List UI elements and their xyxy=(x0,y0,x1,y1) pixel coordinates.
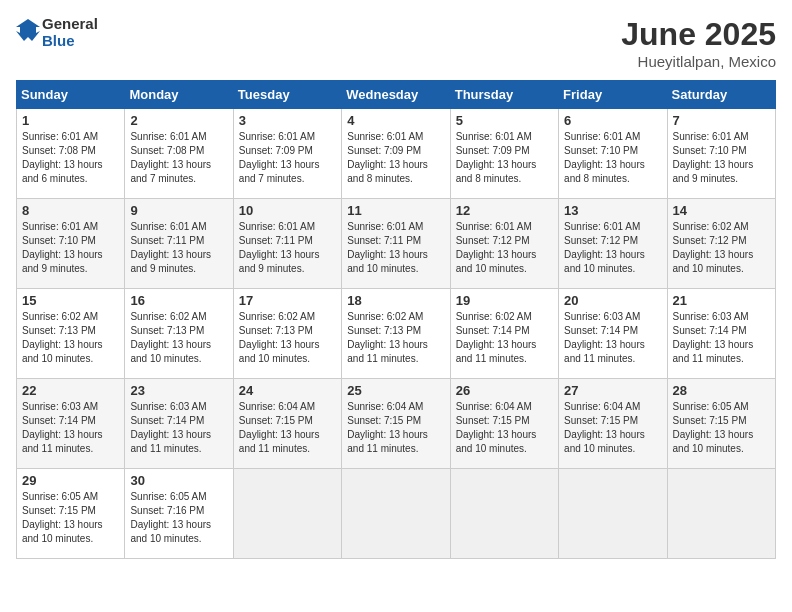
calendar-cell: 10 Sunrise: 6:01 AM Sunset: 7:11 PM Dayl… xyxy=(233,199,341,289)
day-info: Sunrise: 6:01 AM Sunset: 7:11 PM Dayligh… xyxy=(347,221,428,274)
day-info: Sunrise: 6:03 AM Sunset: 7:14 PM Dayligh… xyxy=(22,401,103,454)
day-number: 18 xyxy=(347,293,444,308)
calendar-cell: 8 Sunrise: 6:01 AM Sunset: 7:10 PM Dayli… xyxy=(17,199,125,289)
calendar-week-row: 15 Sunrise: 6:02 AM Sunset: 7:13 PM Dayl… xyxy=(17,289,776,379)
calendar-cell: 19 Sunrise: 6:02 AM Sunset: 7:14 PM Dayl… xyxy=(450,289,558,379)
calendar-cell xyxy=(667,469,775,559)
day-info: Sunrise: 6:01 AM Sunset: 7:10 PM Dayligh… xyxy=(673,131,754,184)
day-info: Sunrise: 6:01 AM Sunset: 7:11 PM Dayligh… xyxy=(130,221,211,274)
day-number: 27 xyxy=(564,383,661,398)
weekday-header-tuesday: Tuesday xyxy=(233,81,341,109)
calendar-cell: 18 Sunrise: 6:02 AM Sunset: 7:13 PM Dayl… xyxy=(342,289,450,379)
calendar-subtitle: Hueyitlalpan, Mexico xyxy=(621,53,776,70)
calendar-cell: 24 Sunrise: 6:04 AM Sunset: 7:15 PM Dayl… xyxy=(233,379,341,469)
day-info: Sunrise: 6:02 AM Sunset: 7:13 PM Dayligh… xyxy=(347,311,428,364)
day-number: 2 xyxy=(130,113,227,128)
day-info: Sunrise: 6:01 AM Sunset: 7:12 PM Dayligh… xyxy=(456,221,537,274)
calendar-cell: 12 Sunrise: 6:01 AM Sunset: 7:12 PM Dayl… xyxy=(450,199,558,289)
calendar-cell xyxy=(342,469,450,559)
day-info: Sunrise: 6:04 AM Sunset: 7:15 PM Dayligh… xyxy=(456,401,537,454)
calendar-cell: 13 Sunrise: 6:01 AM Sunset: 7:12 PM Dayl… xyxy=(559,199,667,289)
day-info: Sunrise: 6:02 AM Sunset: 7:13 PM Dayligh… xyxy=(130,311,211,364)
weekday-header-monday: Monday xyxy=(125,81,233,109)
calendar-cell: 29 Sunrise: 6:05 AM Sunset: 7:15 PM Dayl… xyxy=(17,469,125,559)
calendar-cell: 21 Sunrise: 6:03 AM Sunset: 7:14 PM Dayl… xyxy=(667,289,775,379)
day-info: Sunrise: 6:04 AM Sunset: 7:15 PM Dayligh… xyxy=(347,401,428,454)
calendar-cell: 6 Sunrise: 6:01 AM Sunset: 7:10 PM Dayli… xyxy=(559,109,667,199)
calendar-cell: 16 Sunrise: 6:02 AM Sunset: 7:13 PM Dayl… xyxy=(125,289,233,379)
day-number: 22 xyxy=(22,383,119,398)
calendar-cell: 27 Sunrise: 6:04 AM Sunset: 7:15 PM Dayl… xyxy=(559,379,667,469)
calendar-cell: 4 Sunrise: 6:01 AM Sunset: 7:09 PM Dayli… xyxy=(342,109,450,199)
day-number: 28 xyxy=(673,383,770,398)
day-info: Sunrise: 6:02 AM Sunset: 7:13 PM Dayligh… xyxy=(22,311,103,364)
day-number: 11 xyxy=(347,203,444,218)
weekday-header-sunday: Sunday xyxy=(17,81,125,109)
day-info: Sunrise: 6:05 AM Sunset: 7:15 PM Dayligh… xyxy=(673,401,754,454)
logo-general-text: General xyxy=(42,16,98,33)
calendar-cell: 7 Sunrise: 6:01 AM Sunset: 7:10 PM Dayli… xyxy=(667,109,775,199)
weekday-header-row: SundayMondayTuesdayWednesdayThursdayFrid… xyxy=(17,81,776,109)
day-info: Sunrise: 6:02 AM Sunset: 7:13 PM Dayligh… xyxy=(239,311,320,364)
day-info: Sunrise: 6:01 AM Sunset: 7:09 PM Dayligh… xyxy=(347,131,428,184)
day-info: Sunrise: 6:04 AM Sunset: 7:15 PM Dayligh… xyxy=(564,401,645,454)
day-info: Sunrise: 6:02 AM Sunset: 7:14 PM Dayligh… xyxy=(456,311,537,364)
calendar-cell: 14 Sunrise: 6:02 AM Sunset: 7:12 PM Dayl… xyxy=(667,199,775,289)
day-number: 17 xyxy=(239,293,336,308)
weekday-header-thursday: Thursday xyxy=(450,81,558,109)
day-number: 8 xyxy=(22,203,119,218)
day-number: 26 xyxy=(456,383,553,398)
day-number: 13 xyxy=(564,203,661,218)
calendar-cell xyxy=(450,469,558,559)
calendar-cell: 23 Sunrise: 6:03 AM Sunset: 7:14 PM Dayl… xyxy=(125,379,233,469)
calendar-cell: 26 Sunrise: 6:04 AM Sunset: 7:15 PM Dayl… xyxy=(450,379,558,469)
svg-marker-0 xyxy=(16,19,40,41)
calendar-cell: 28 Sunrise: 6:05 AM Sunset: 7:15 PM Dayl… xyxy=(667,379,775,469)
day-number: 25 xyxy=(347,383,444,398)
day-number: 16 xyxy=(130,293,227,308)
day-info: Sunrise: 6:03 AM Sunset: 7:14 PM Dayligh… xyxy=(130,401,211,454)
logo-bird-icon xyxy=(16,17,40,49)
calendar-cell: 15 Sunrise: 6:02 AM Sunset: 7:13 PM Dayl… xyxy=(17,289,125,379)
day-info: Sunrise: 6:03 AM Sunset: 7:14 PM Dayligh… xyxy=(564,311,645,364)
day-number: 14 xyxy=(673,203,770,218)
weekday-header-saturday: Saturday xyxy=(667,81,775,109)
weekday-header-friday: Friday xyxy=(559,81,667,109)
day-info: Sunrise: 6:03 AM Sunset: 7:14 PM Dayligh… xyxy=(673,311,754,364)
day-number: 3 xyxy=(239,113,336,128)
day-number: 7 xyxy=(673,113,770,128)
day-info: Sunrise: 6:05 AM Sunset: 7:16 PM Dayligh… xyxy=(130,491,211,544)
day-number: 21 xyxy=(673,293,770,308)
calendar-cell: 11 Sunrise: 6:01 AM Sunset: 7:11 PM Dayl… xyxy=(342,199,450,289)
day-info: Sunrise: 6:01 AM Sunset: 7:11 PM Dayligh… xyxy=(239,221,320,274)
logo-blue-text: Blue xyxy=(42,33,98,50)
calendar-week-row: 29 Sunrise: 6:05 AM Sunset: 7:15 PM Dayl… xyxy=(17,469,776,559)
calendar-table: SundayMondayTuesdayWednesdayThursdayFrid… xyxy=(16,80,776,559)
day-number: 9 xyxy=(130,203,227,218)
day-number: 1 xyxy=(22,113,119,128)
day-number: 5 xyxy=(456,113,553,128)
day-number: 24 xyxy=(239,383,336,398)
calendar-cell: 25 Sunrise: 6:04 AM Sunset: 7:15 PM Dayl… xyxy=(342,379,450,469)
calendar-cell: 30 Sunrise: 6:05 AM Sunset: 7:16 PM Dayl… xyxy=(125,469,233,559)
day-info: Sunrise: 6:05 AM Sunset: 7:15 PM Dayligh… xyxy=(22,491,103,544)
day-info: Sunrise: 6:01 AM Sunset: 7:12 PM Dayligh… xyxy=(564,221,645,274)
calendar-cell: 9 Sunrise: 6:01 AM Sunset: 7:11 PM Dayli… xyxy=(125,199,233,289)
calendar-cell xyxy=(559,469,667,559)
logo-container: General Blue xyxy=(16,16,98,49)
calendar-cell xyxy=(233,469,341,559)
calendar-cell: 20 Sunrise: 6:03 AM Sunset: 7:14 PM Dayl… xyxy=(559,289,667,379)
day-info: Sunrise: 6:04 AM Sunset: 7:15 PM Dayligh… xyxy=(239,401,320,454)
calendar-cell: 2 Sunrise: 6:01 AM Sunset: 7:08 PM Dayli… xyxy=(125,109,233,199)
day-number: 19 xyxy=(456,293,553,308)
calendar-cell: 1 Sunrise: 6:01 AM Sunset: 7:08 PM Dayli… xyxy=(17,109,125,199)
calendar-week-row: 1 Sunrise: 6:01 AM Sunset: 7:08 PM Dayli… xyxy=(17,109,776,199)
day-number: 23 xyxy=(130,383,227,398)
day-number: 12 xyxy=(456,203,553,218)
day-number: 10 xyxy=(239,203,336,218)
day-info: Sunrise: 6:01 AM Sunset: 7:10 PM Dayligh… xyxy=(22,221,103,274)
day-number: 29 xyxy=(22,473,119,488)
logo: General Blue xyxy=(16,16,98,49)
day-info: Sunrise: 6:01 AM Sunset: 7:08 PM Dayligh… xyxy=(22,131,103,184)
day-number: 15 xyxy=(22,293,119,308)
